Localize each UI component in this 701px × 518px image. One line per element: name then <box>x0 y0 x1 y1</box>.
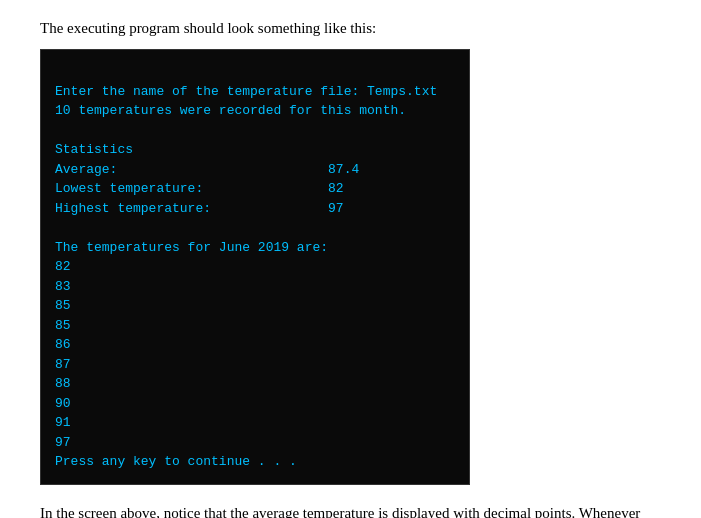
intro-text: The executing program should look someth… <box>40 20 661 37</box>
terminal-line-1: Enter the name of the temperature file: … <box>55 84 437 470</box>
terminal-window: Enter the name of the temperature file: … <box>40 49 470 485</box>
description-text: In the screen above, notice that the ave… <box>40 501 661 519</box>
terminal-content: Enter the name of the temperature file: … <box>55 84 437 470</box>
description-block: In the screen above, notice that the ave… <box>40 501 661 519</box>
